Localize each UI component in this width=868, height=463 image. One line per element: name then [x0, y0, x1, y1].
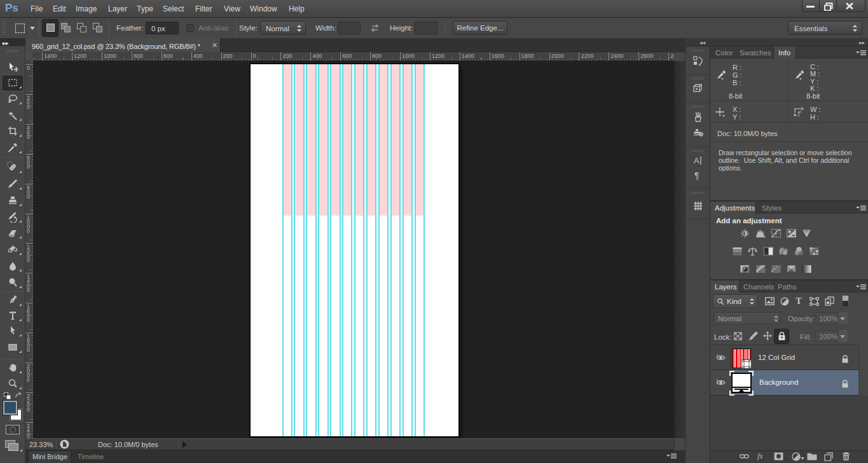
svg-text:¶: ¶ — [694, 170, 699, 181]
svg-text:A: A — [694, 156, 699, 165]
